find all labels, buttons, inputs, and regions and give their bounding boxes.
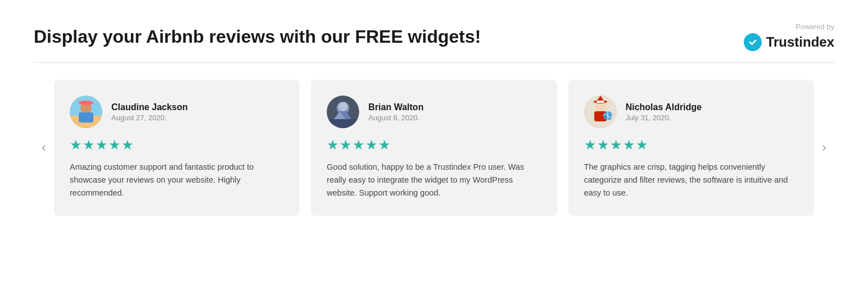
review-text-brian: Good solution, happy to be a Trustindex …	[327, 161, 541, 200]
review-card-claudine: Claudine Jackson August 27, 2020. ★★★★★ …	[54, 80, 300, 216]
reviewer-info-claudine: Claudine Jackson August 27, 2020.	[111, 102, 188, 122]
divider	[34, 62, 834, 63]
powered-by-label: Powered by	[795, 22, 834, 31]
stars-claudine: ★★★★★	[70, 137, 284, 153]
powered-by-section: Powered by Trustindex	[744, 22, 834, 51]
reviewer-info-brian: Brian Walton August 8, 2020.	[368, 102, 423, 122]
page-title: Display your Airbnb reviews with our FRE…	[34, 26, 481, 47]
reviewer-date-brian: August 8, 2020.	[368, 114, 423, 122]
page-wrapper: Display your Airbnb reviews with our FRE…	[0, 0, 868, 238]
reviewer-header-nicholas: Nicholas Aldridge July 31, 2020.	[584, 96, 798, 128]
reviewer-name-claudine: Claudine Jackson	[111, 102, 188, 112]
reviewer-info-nicholas: Nicholas Aldridge July 31, 2020.	[626, 102, 702, 122]
next-arrow[interactable]: ›	[814, 138, 834, 158]
reviewer-date-nicholas: July 31, 2020.	[626, 114, 702, 122]
avatar-claudine-img	[70, 96, 102, 128]
avatar-brian	[327, 96, 359, 128]
avatar-nicholas-img	[584, 96, 617, 128]
svg-rect-16	[596, 101, 604, 103]
reviewer-header-brian: Brian Walton August 8, 2020.	[327, 96, 541, 128]
review-text-nicholas: The graphics are crisp, tagging helps co…	[584, 161, 798, 200]
svg-rect-5	[82, 101, 90, 104]
reviewer-name-brian: Brian Walton	[368, 102, 423, 112]
prev-arrow[interactable]: ‹	[34, 138, 54, 158]
svg-point-11	[338, 102, 347, 111]
reviewer-name-nicholas: Nicholas Aldridge	[626, 102, 702, 112]
avatar-brian-img	[327, 96, 359, 128]
reviewer-header-claudine: Claudine Jackson August 27, 2020.	[70, 96, 284, 128]
svg-rect-3	[79, 112, 93, 123]
reviewer-date-claudine: August 27, 2020.	[111, 114, 188, 122]
trustindex-brand: Trustindex	[744, 33, 834, 51]
header: Display your Airbnb reviews with our FRE…	[34, 22, 834, 51]
review-card-nicholas: Nicholas Aldridge July 31, 2020. ★★★★★ T…	[568, 80, 814, 216]
avatar-claudine	[70, 96, 102, 128]
reviews-grid: Claudine Jackson August 27, 2020. ★★★★★ …	[54, 80, 814, 216]
trustindex-name: Trustindex	[766, 34, 834, 50]
trustindex-icon	[744, 33, 762, 51]
review-card-brian: Brian Walton August 8, 2020. ★★★★★ Good …	[311, 80, 557, 216]
avatar-nicholas	[584, 96, 617, 128]
stars-nicholas: ★★★★★	[584, 137, 798, 153]
svg-rect-10	[327, 119, 359, 128]
review-text-claudine: Amazing customer support and fantastic p…	[70, 161, 284, 200]
stars-brian: ★★★★★	[327, 137, 541, 153]
reviews-container: ‹	[34, 80, 834, 216]
